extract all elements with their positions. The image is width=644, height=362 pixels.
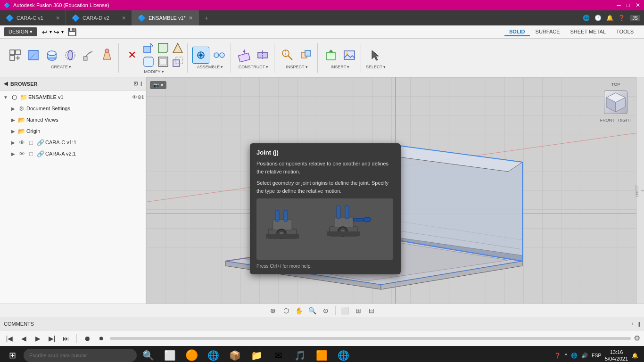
- eye-icon[interactable]: 👁: [17, 150, 26, 157]
- move-button[interactable]: ⬡: [281, 305, 292, 316]
- vc-top-label[interactable]: TOP: [597, 82, 635, 87]
- fit-view-button[interactable]: ⊕: [267, 305, 279, 316]
- help-icon[interactable]: ❓: [618, 15, 625, 21]
- taskbar-files-button[interactable]: 📁: [246, 346, 267, 362]
- taskbar-spotify-button[interactable]: 🎵: [289, 346, 310, 362]
- tab-sheet-metal[interactable]: SHEET METAL: [566, 28, 611, 36]
- tab-cara-c[interactable]: 🔷 CARA-C v1 ✕: [0, 10, 66, 25]
- scale-button[interactable]: [171, 55, 184, 68]
- record2-button[interactable]: ⏺: [96, 333, 107, 344]
- expand-arrow[interactable]: ▶: [9, 129, 17, 134]
- extrude-button[interactable]: [43, 47, 60, 64]
- save-button[interactable]: 💾: [67, 27, 77, 36]
- info-icon[interactable]: ℹ: [142, 94, 144, 100]
- pan-button[interactable]: ✋: [294, 305, 305, 316]
- settings-icon[interactable]: ⚙: [137, 94, 142, 100]
- step-back-button[interactable]: ◀: [18, 333, 29, 344]
- shell-button[interactable]: [157, 55, 170, 68]
- expand-arrow[interactable]: ▶: [9, 106, 17, 111]
- timeline-bar[interactable]: [110, 337, 631, 340]
- maximize-button[interactable]: □: [627, 2, 630, 8]
- tab-close-icon[interactable]: ✕: [189, 15, 193, 21]
- step-forward-button[interactable]: ▶|: [46, 333, 58, 344]
- tab-tools[interactable]: TOOLS: [611, 28, 638, 36]
- sidebar-collapse-icon[interactable]: ◀: [4, 81, 8, 87]
- offset-plane-button[interactable]: [236, 47, 253, 64]
- taskbar-search-button[interactable]: 🔍: [138, 346, 158, 362]
- go-to-end-button[interactable]: ⏭: [60, 333, 72, 344]
- draft-button[interactable]: [171, 41, 184, 55]
- close-button[interactable]: ✕: [636, 2, 640, 8]
- taskbar-chrome-button[interactable]: 🌐: [333, 346, 354, 362]
- comments-collapse-button[interactable]: ||: [637, 321, 640, 327]
- comments-add-button[interactable]: +: [631, 321, 634, 327]
- camera-view-button[interactable]: 📷 ▾: [150, 81, 166, 89]
- tab-cara-d[interactable]: 🔷 CARA-D v2 ✕: [66, 10, 132, 25]
- taskbar-taskview-button[interactable]: ⬜: [159, 346, 180, 362]
- tree-item-origin[interactable]: ▶ 📂 Origin: [0, 125, 146, 137]
- loft-button[interactable]: [99, 47, 116, 64]
- taskbar-edge-button[interactable]: 🌐: [203, 346, 223, 362]
- new-tab-button[interactable]: ＋: [199, 10, 214, 25]
- sidebar-pin-icon[interactable]: |: [140, 81, 142, 87]
- joint-button[interactable]: [192, 47, 209, 64]
- tree-item-root[interactable]: ▼ ⬡ 📁 ENSAMBLE v1 👁 ⚙ ℹ: [0, 91, 146, 103]
- new-component-button[interactable]: [7, 47, 24, 64]
- record-button[interactable]: ⏺: [82, 333, 93, 344]
- push-pull-button[interactable]: [142, 41, 155, 55]
- collapse-right-icon[interactable]: ›: [639, 189, 644, 192]
- expand-arrow[interactable]: ▶: [9, 151, 17, 156]
- select-button[interactable]: [367, 47, 384, 64]
- chamfer-button[interactable]: [157, 41, 170, 55]
- undo-button[interactable]: ↩: [42, 28, 48, 36]
- create-sketch-button[interactable]: [25, 47, 42, 64]
- taskbar-office-app[interactable]: 🟠: [181, 346, 202, 362]
- start-button[interactable]: ⊞: [2, 346, 23, 362]
- expand-arrow[interactable]: ▶: [9, 140, 17, 145]
- tree-item-cara-c[interactable]: ▶ 👁 □ 🔗 CARA-C v1:1: [0, 137, 146, 148]
- taskbar-mail-button[interactable]: ✉: [268, 346, 289, 362]
- tab-close-icon[interactable]: ✕: [56, 15, 60, 21]
- delete-button[interactable]: ✕: [124, 47, 140, 64]
- tab-surface[interactable]: SURFACE: [531, 28, 565, 36]
- right-sidebar-toggle[interactable]: › JOINT: [636, 77, 644, 304]
- tray-volume-icon[interactable]: 🔊: [581, 353, 588, 359]
- expand-arrow[interactable]: ▼: [2, 95, 9, 100]
- settings-button[interactable]: ⚙: [634, 334, 640, 343]
- tray-help-icon[interactable]: ❓: [554, 353, 561, 359]
- fillet-button[interactable]: [142, 55, 155, 68]
- revolve-button[interactable]: [62, 47, 79, 64]
- insert-derive-button[interactable]: [322, 47, 339, 64]
- display-mode-button[interactable]: ⬜: [339, 305, 351, 316]
- sweep-button[interactable]: [80, 47, 97, 64]
- zoom-fit-button[interactable]: ⊙: [320, 305, 331, 316]
- minimize-button[interactable]: ─: [617, 2, 621, 8]
- interference-button[interactable]: [297, 47, 314, 64]
- taskbar-dropbox-button[interactable]: 📦: [224, 346, 245, 362]
- search-input[interactable]: [24, 349, 137, 362]
- eye-icon[interactable]: 👁: [17, 139, 26, 146]
- view-settings-button[interactable]: ⊟: [366, 305, 377, 316]
- tray-network-icon[interactable]: 🌐: [571, 353, 578, 359]
- sidebar-expand-icon[interactable]: ⊡: [133, 81, 138, 87]
- viewcube-cube[interactable]: [604, 90, 627, 114]
- undo-arrow[interactable]: ▾: [50, 29, 52, 34]
- vc-front-label[interactable]: FRONT RIGHT: [597, 118, 635, 123]
- taskbar-app7-button[interactable]: 🟧: [311, 346, 332, 362]
- grid-button[interactable]: ⊞: [353, 305, 364, 316]
- redo-arrow[interactable]: ▾: [61, 29, 64, 34]
- tray-chevron-icon[interactable]: ^: [565, 353, 567, 358]
- measure-button[interactable]: [279, 47, 296, 64]
- tree-item-named-views[interactable]: ▶ 📂 Named Views: [0, 114, 146, 125]
- midplane-button[interactable]: [254, 47, 271, 64]
- zoom-button[interactable]: 🔍: [307, 305, 318, 316]
- insert-image-button[interactable]: [341, 47, 358, 64]
- tree-item-cara-a[interactable]: ▶ 👁 □ 🔗 CARA-A v2:1: [0, 148, 146, 159]
- viewcube[interactable]: TOP FRONT RIGHT: [597, 82, 635, 120]
- tab-close-icon[interactable]: ✕: [122, 15, 126, 21]
- tray-notification-button[interactable]: 🔔: [632, 353, 638, 359]
- redo-button[interactable]: ↪: [54, 28, 59, 36]
- viewport[interactable]: 📷 ▾ Joint (j) Positions components relat…: [146, 77, 644, 304]
- expand-arrow[interactable]: ▶: [9, 117, 17, 123]
- play-button[interactable]: ▶: [32, 333, 43, 344]
